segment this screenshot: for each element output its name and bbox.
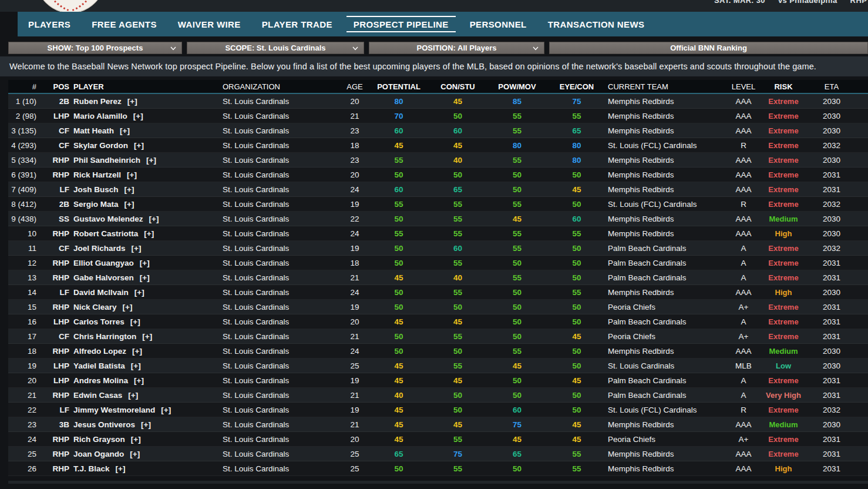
column-header-eta[interactable]: ETA (807, 82, 856, 91)
player-name-link[interactable]: Joel Richards (73, 244, 126, 253)
player-name-link[interactable]: Andres Molina (73, 376, 128, 385)
table-row[interactable]: 5 (334)RHPPhil Sandheinrich[+]St. Louis … (8, 153, 868, 168)
table-row[interactable]: 233BJesus Ontiveros[+]St. Louis Cardinal… (8, 417, 868, 432)
column-header-player[interactable]: PLAYER (70, 82, 223, 91)
add-to-shortlist-button[interactable]: [+] (134, 376, 144, 385)
tab-waiver-wire[interactable]: WAIVER WIRE (167, 12, 251, 36)
table-row[interactable]: 8 (412)2BSergio Mata[+]St. Louis Cardina… (8, 197, 868, 212)
column-header-pow-mov[interactable]: POW/MOV (487, 82, 547, 91)
add-to-shortlist-button[interactable]: [+] (131, 435, 141, 444)
add-to-shortlist-button[interactable]: [+] (141, 420, 151, 429)
add-to-shortlist-button[interactable]: [+] (116, 464, 126, 473)
table-row[interactable]: 11CFJoel Richards[+]St. Louis Cardinals1… (8, 241, 868, 256)
official-bnn-ranking-button[interactable]: Official BNN Ranking (549, 42, 868, 54)
player-name-link[interactable]: Rick Hartzell (73, 170, 121, 179)
table-row[interactable]: 7 (409)LFJosh Busch[+]St. Louis Cardinal… (8, 182, 868, 197)
table-row[interactable]: 9 (438)SSGustavo Melendez[+]St. Louis Ca… (8, 212, 868, 226)
player-name-link[interactable]: Chris Harrington (73, 332, 136, 341)
add-to-shortlist-button[interactable]: [+] (134, 141, 144, 150)
player-name-link[interactable]: Yadiel Batista (73, 361, 125, 370)
add-to-shortlist-button[interactable]: [+] (132, 347, 142, 356)
table-row[interactable]: 3 (135)CFMatt Heath[+]St. Louis Cardinal… (8, 123, 868, 138)
table-row[interactable]: 12RHPElliot Guangyao[+]St. Louis Cardina… (8, 256, 868, 270)
table-row[interactable]: 25RHPJoan Ogando[+]St. Louis Cardinals25… (8, 447, 868, 461)
player-name-link[interactable]: Nick Cleary (73, 303, 117, 312)
table-row[interactable]: 26RHPT.J. Black[+]St. Louis Cardinals255… (8, 461, 868, 476)
table-row[interactable]: 1 (10)2BRuben Perez[+]St. Louis Cardinal… (8, 94, 868, 109)
table-row[interactable]: 15RHPNick Cleary[+]St. Louis Cardinals19… (8, 300, 868, 314)
player-name-link[interactable]: Phil Sandheinrich (73, 156, 140, 165)
column-header-current-team[interactable]: CURRENT TEAM (607, 82, 727, 91)
add-to-shortlist-button[interactable]: [+] (131, 361, 141, 370)
player-name-link[interactable]: Elliot Guangyao (73, 259, 134, 267)
column-header-potential[interactable]: POTENTIAL (369, 82, 428, 91)
player-name-link[interactable]: Ruben Perez (73, 97, 122, 106)
tab-prospect-pipeline[interactable]: PROSPECT PIPELINE (346, 16, 456, 32)
player-name-link[interactable]: Sergio Mata (73, 200, 119, 209)
table-row[interactable]: 19LHPYadiel Batista[+]St. Louis Cardinal… (8, 359, 868, 373)
add-to-shortlist-button[interactable]: [+] (140, 273, 150, 282)
table-row[interactable]: 20LHPAndres Molina[+]St. Louis Cardinals… (8, 373, 868, 388)
add-to-shortlist-button[interactable]: [+] (133, 112, 143, 120)
tab-free-agents[interactable]: FREE AGENTS (81, 12, 167, 36)
column-header-pos[interactable]: POS (45, 82, 70, 91)
add-to-shortlist-button[interactable]: [+] (130, 450, 140, 458)
player-name-link[interactable]: Joan Ogando (73, 450, 124, 458)
table-row[interactable]: 10RHPRobert Castriotta[+]St. Louis Cardi… (8, 226, 868, 241)
add-to-shortlist-button[interactable]: [+] (144, 229, 154, 238)
add-to-shortlist-button[interactable]: [+] (130, 317, 140, 326)
player-name-link[interactable]: Carlos Torres (73, 317, 125, 326)
player-name-link[interactable]: Robert Castriotta (73, 229, 138, 238)
tab-player-trade[interactable]: PLAYER TRADE (251, 12, 343, 36)
player-name-link[interactable]: David McIlvain (73, 288, 129, 297)
player-name-link[interactable]: Matt Heath (73, 126, 114, 135)
column-header-organization[interactable]: ORGANIZATION (223, 82, 340, 91)
player-name-link[interactable]: Jimmy Westmoreland (73, 406, 155, 414)
add-to-shortlist-button[interactable]: [+] (149, 215, 159, 223)
table-row[interactable]: 2 (98)LHPMario Alamillo[+]St. Louis Card… (8, 109, 868, 123)
player-name-link[interactable]: Gustavo Melendez (73, 215, 143, 223)
table-row[interactable]: 13RHPGabe Halvorsen[+]St. Louis Cardinal… (8, 270, 868, 285)
player-name-link[interactable]: Jesus Ontiveros (73, 420, 135, 429)
column-header-eye-con[interactable]: EYE/CON (547, 82, 607, 91)
table-row[interactable]: 6 (391)RHPRick Hartzell[+]St. Louis Card… (8, 168, 868, 182)
add-to-shortlist-button[interactable]: [+] (142, 332, 152, 341)
add-to-shortlist-button[interactable]: [+] (127, 170, 137, 179)
add-to-shortlist-button[interactable]: [+] (125, 185, 134, 194)
table-row[interactable]: 21RHPEdwin Casas[+]St. Louis Cardinals21… (8, 388, 868, 403)
table-row[interactable]: 17CFChris Harrington[+]St. Louis Cardina… (8, 329, 868, 344)
scope-filter-dropdown[interactable]: SCOPE: St. Louis Cardinals (187, 42, 364, 54)
add-to-shortlist-button[interactable]: [+] (123, 303, 133, 312)
player-name-link[interactable]: Rich Grayson (73, 435, 125, 444)
table-row[interactable]: 18RHPAlfredo Lopez[+]St. Louis Cardinals… (8, 344, 868, 359)
column-header-age[interactable]: AGE (340, 82, 369, 91)
player-name-link[interactable]: Edwin Casas (73, 391, 122, 400)
add-to-shortlist-button[interactable]: [+] (161, 406, 171, 414)
player-name-link[interactable]: Alfredo Lopez (73, 347, 126, 356)
player-name-link[interactable]: Mario Alamillo (73, 112, 127, 120)
table-row[interactable]: 4 (293)CFSkylar Gordon[+]St. Louis Cardi… (8, 138, 868, 153)
add-to-shortlist-button[interactable]: [+] (125, 200, 134, 209)
add-to-shortlist-button[interactable]: [+] (132, 244, 142, 253)
table-row[interactable]: 16LHPCarlos Torres[+]St. Louis Cardinals… (8, 314, 868, 329)
add-to-shortlist-button[interactable]: [+] (140, 259, 150, 267)
player-name-link[interactable]: Gabe Halvorsen (73, 273, 134, 282)
add-to-shortlist-button[interactable]: [+] (146, 156, 156, 165)
position-filter-dropdown[interactable]: POSITION: All Players (369, 42, 544, 54)
column-header-risk[interactable]: RISK (760, 82, 807, 91)
table-row[interactable]: 24RHPRich Grayson[+]St. Louis Cardinals2… (8, 432, 868, 447)
player-name-link[interactable]: Skylar Gordon (73, 141, 128, 150)
table-row[interactable]: 14LFDavid McIlvain[+]St. Louis Cardinals… (8, 285, 868, 300)
player-name-link[interactable]: T.J. Black (73, 464, 110, 473)
tab-personnel[interactable]: PERSONNEL (459, 12, 537, 36)
player-name-link[interactable]: Josh Busch (73, 185, 119, 194)
column-header-level[interactable]: LEVEL (727, 82, 760, 91)
add-to-shortlist-button[interactable]: [+] (120, 126, 130, 135)
show-filter-dropdown[interactable]: SHOW: Top 100 Prospects (8, 42, 182, 54)
table-row[interactable]: 22LFJimmy Westmoreland[+]St. Louis Cardi… (8, 403, 868, 417)
column-header-con-stu[interactable]: CON/STU (428, 82, 487, 91)
tab-players[interactable]: PLAYERS (18, 12, 81, 36)
add-to-shortlist-button[interactable]: [+] (128, 391, 138, 400)
add-to-shortlist-button[interactable]: [+] (127, 97, 137, 106)
tab-transaction-news[interactable]: TRANSACTION NEWS (537, 12, 655, 36)
